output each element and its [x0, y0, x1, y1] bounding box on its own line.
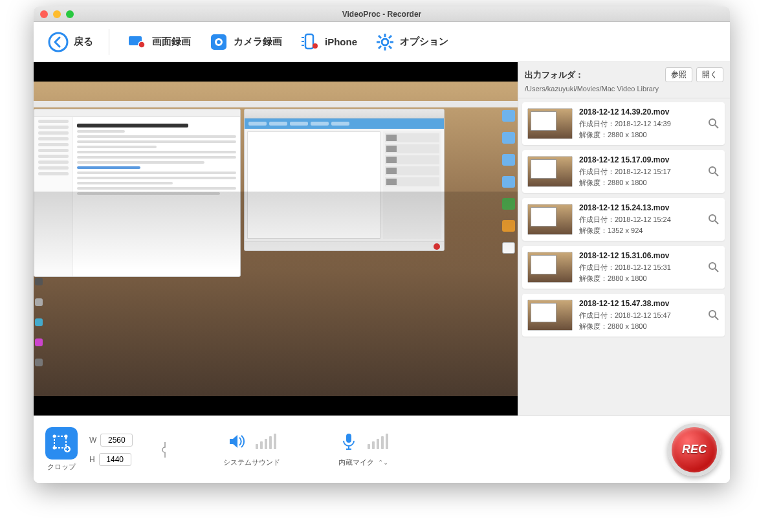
svg-line-13	[379, 36, 381, 38]
svg-point-7	[313, 43, 318, 49]
back-button[interactable]: 戻る	[41, 28, 100, 56]
recording-list[interactable]: 2018-12-12 14.39.20.mov 作成日付：2018-12-12 …	[518, 98, 730, 416]
recording-info: 2018-12-12 15.31.06.mov 作成日付：2018-12-12 …	[579, 251, 701, 283]
toolbar: 戻る 画面録画 カメラ録画 iPhone オプション	[34, 22, 730, 62]
toolbar-divider	[109, 29, 109, 55]
browse-button[interactable]: 参照	[665, 67, 692, 82]
recording-filename: 2018-12-12 15.24.13.mov	[579, 203, 701, 212]
desktop-screenshot	[34, 82, 518, 396]
back-label: 戻る	[74, 36, 93, 48]
svg-line-24	[715, 269, 718, 272]
svg-point-2	[138, 41, 145, 48]
camera-record-button[interactable]: カメラ録画	[200, 28, 291, 56]
recording-item[interactable]: 2018-12-12 15.47.38.mov 作成日付：2018-12-12 …	[522, 294, 725, 337]
open-button[interactable]: 開く	[696, 67, 723, 82]
svg-rect-6	[305, 34, 313, 49]
crop-label: クロップ	[47, 462, 76, 472]
svg-line-15	[389, 36, 391, 38]
minimize-icon[interactable]	[53, 10, 61, 18]
output-folder-path: /Users/kazuyuki/Movies/Mac Video Library	[525, 85, 723, 93]
svg-point-29	[65, 435, 68, 438]
titlebar: VideoProc - Recorder	[34, 6, 730, 22]
magnifier-icon[interactable]	[708, 214, 720, 225]
screen-record-label: 画面録画	[152, 36, 191, 48]
sidebar: 出力フォルダ： 参照 開く /Users/kazuyuki/Movies/Mac…	[518, 62, 730, 416]
recording-item[interactable]: 2018-12-12 15.17.09.mov 作成日付：2018-12-12 …	[522, 150, 725, 193]
recording-filename: 2018-12-12 15.31.06.mov	[579, 251, 701, 260]
mic-volume-meter	[368, 434, 388, 449]
recording-info: 2018-12-12 15.47.38.mov 作成日付：2018-12-12 …	[579, 299, 701, 331]
magnifier-icon[interactable]	[708, 309, 720, 321]
recording-thumbnail	[527, 204, 573, 235]
crop-button[interactable]	[45, 427, 78, 460]
output-folder-label: 出力フォルダ：	[525, 69, 584, 81]
record-button[interactable]: REC	[668, 423, 721, 476]
svg-rect-27	[54, 436, 66, 448]
magnifier-icon[interactable]	[708, 118, 720, 129]
crop-icon	[52, 434, 71, 453]
camera-icon	[209, 32, 228, 52]
maximize-icon[interactable]	[66, 10, 74, 18]
svg-point-17	[709, 119, 716, 126]
svg-line-26	[715, 316, 718, 320]
screen-record-button[interactable]: 画面録画	[118, 28, 200, 56]
width-input[interactable]	[100, 434, 133, 447]
recording-info: 2018-12-12 15.24.13.mov 作成日付：2018-12-12 …	[579, 203, 701, 236]
svg-line-14	[389, 46, 391, 49]
svg-line-18	[715, 125, 718, 128]
recording-item[interactable]: 2018-12-12 15.24.13.mov 作成日付：2018-12-12 …	[522, 198, 725, 241]
recording-item[interactable]: 2018-12-12 14.39.20.mov 作成日付：2018-12-12 …	[522, 102, 725, 145]
svg-point-8	[382, 39, 388, 45]
recording-filename: 2018-12-12 14.39.20.mov	[579, 107, 701, 116]
options-label: オプション	[400, 36, 448, 48]
sidebar-header: 出力フォルダ： 参照 開く /Users/kazuyuki/Movies/Mac…	[518, 62, 730, 98]
iphone-icon	[300, 32, 320, 52]
svg-line-22	[715, 221, 718, 224]
recording-thumbnail	[527, 156, 573, 187]
iphone-button[interactable]: iPhone	[291, 28, 366, 56]
window-title: VideoProc - Recorder	[342, 10, 421, 19]
builtin-mic-label: 内蔵マイク	[338, 458, 374, 467]
height-input[interactable]	[99, 453, 131, 466]
recording-filename: 2018-12-12 15.17.09.mov	[579, 155, 701, 164]
link-dimensions-icon[interactable]	[160, 440, 170, 460]
camera-record-label: カメラ録画	[234, 36, 282, 48]
iphone-label: iPhone	[325, 36, 357, 47]
recording-thumbnail	[527, 108, 573, 139]
record-label: REC	[682, 443, 707, 456]
microphone-icon[interactable]	[339, 432, 358, 451]
recording-filename: 2018-12-12 15.47.38.mov	[579, 299, 701, 308]
svg-point-28	[53, 435, 56, 438]
recording-item[interactable]: 2018-12-12 15.31.06.mov 作成日付：2018-12-12 …	[522, 246, 725, 289]
svg-point-25	[709, 311, 716, 317]
system-sound-label: システムサウンド	[223, 458, 280, 467]
recording-thumbnail	[527, 300, 573, 331]
app-window: VideoProc - Recorder 戻る 画面録画 カメラ録画 iPhon…	[34, 6, 730, 483]
svg-point-21	[709, 215, 716, 221]
bottom-bar: クロップ W H システムサウンド	[34, 416, 730, 483]
preview-pane	[34, 62, 518, 416]
close-icon[interactable]	[40, 10, 48, 18]
svg-line-16	[379, 46, 381, 49]
preview-canvas[interactable]	[34, 62, 518, 416]
svg-point-5	[217, 40, 221, 44]
speaker-icon[interactable]	[227, 432, 247, 451]
screen-record-icon	[127, 32, 147, 52]
recording-thumbnail	[527, 252, 573, 283]
magnifier-icon[interactable]	[708, 166, 720, 177]
recording-info: 2018-12-12 14.39.20.mov 作成日付：2018-12-12 …	[579, 107, 701, 140]
mic-dropdown-icon[interactable]: ⌃⌄	[378, 459, 388, 466]
svg-rect-32	[346, 434, 351, 443]
svg-point-30	[53, 447, 56, 450]
traffic-lights	[40, 10, 74, 18]
magnifier-icon[interactable]	[708, 261, 720, 273]
svg-point-23	[709, 263, 716, 269]
svg-line-20	[715, 173, 718, 176]
gear-icon	[375, 32, 395, 52]
svg-point-0	[49, 33, 67, 51]
height-label: H	[89, 455, 95, 464]
back-arrow-icon	[48, 32, 69, 52]
svg-point-19	[709, 167, 716, 173]
recording-info: 2018-12-12 15.17.09.mov 作成日付：2018-12-12 …	[579, 155, 701, 188]
options-button[interactable]: オプション	[366, 28, 457, 56]
